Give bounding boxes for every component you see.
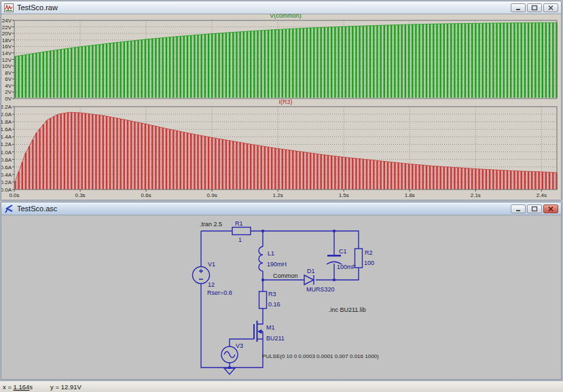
cursor-y-readout: y = 12.91V	[50, 383, 81, 391]
svg-text:1.8A: 1.8A	[1, 119, 12, 125]
svg-text:C1: C1	[339, 248, 347, 255]
svg-text:0.6s: 0.6s	[141, 192, 151, 198]
svg-text:14V: 14V	[2, 50, 12, 56]
svg-text:D1: D1	[307, 268, 315, 274]
svg-text:1.2s: 1.2s	[273, 192, 283, 198]
resistor-r3[interactable]	[259, 291, 267, 308]
svg-text:0.3s: 0.3s	[75, 192, 85, 198]
schematic-drawing[interactable]: .tran 2.5R11L1190mHV112Rser=0.8CommonD1M…	[1, 215, 561, 379]
svg-text:24V: 24V	[2, 18, 12, 24]
waveform-viewer-window: TestSco.raw 24V22V20V18V16V14V12V10V8V6V…	[1, 1, 562, 200]
svg-text:L1: L1	[268, 250, 274, 257]
svg-text:100mF: 100mF	[337, 264, 357, 270]
svg-text:2V: 2V	[5, 89, 12, 95]
junction-dots	[228, 230, 335, 369]
waveform-window-controls	[511, 3, 558, 12]
schematic-icon	[4, 204, 14, 213]
svg-text:190mH: 190mH	[267, 261, 287, 268]
svg-text:12: 12	[208, 281, 215, 288]
svg-text:2.1s: 2.1s	[471, 192, 481, 198]
maximize-icon[interactable]	[527, 204, 542, 213]
svg-text:2.2A: 2.2A	[1, 104, 12, 110]
waveform-plot-area[interactable]: 24V22V20V18V16V14V12V10V8V6V4V2V0VV(comm…	[1, 14, 561, 200]
svg-text:.inc BU211.lib: .inc BU211.lib	[329, 306, 366, 313]
svg-text:16V: 16V	[2, 43, 12, 50]
svg-text:.tran 2.5: .tran 2.5	[200, 221, 222, 228]
svg-text:0.4A: 0.4A	[1, 172, 12, 178]
svg-text:R3: R3	[268, 291, 276, 298]
minimize-icon[interactable]	[511, 3, 526, 12]
wires[interactable]	[201, 231, 359, 368]
svg-text:V3: V3	[236, 342, 243, 349]
schematic-window-titlebar[interactable]: TestSco.asc	[1, 202, 561, 215]
diode-d1[interactable]	[304, 275, 314, 285]
cursor-x-readout: x = 1.164s	[3, 383, 33, 391]
svg-text:BU211: BU211	[266, 335, 285, 342]
svg-text:4V: 4V	[5, 83, 12, 89]
schematic-window-title: TestSco.asc	[17, 204, 57, 213]
svg-text:12V: 12V	[2, 57, 12, 63]
ground-symbol[interactable]	[224, 368, 235, 374]
svg-text:0.2A: 0.2A	[1, 179, 12, 185]
svg-text:1.2A: 1.2A	[1, 141, 12, 147]
schematic-window-controls	[511, 204, 558, 213]
status-bar: x = 1.164s y = 12.91V	[0, 380, 563, 392]
svg-text:0V: 0V	[5, 96, 12, 102]
svg-text:0.0s: 0.0s	[9, 192, 19, 198]
svg-text:0.16: 0.16	[268, 301, 280, 308]
waveform-window-titlebar[interactable]: TestSco.raw	[1, 1, 561, 14]
svg-text:1.5s: 1.5s	[339, 192, 349, 198]
svg-text:1.6A: 1.6A	[1, 126, 12, 132]
nmos-m1[interactable]	[254, 308, 263, 342]
svg-text:Common: Common	[273, 272, 298, 279]
svg-text:1: 1	[238, 236, 242, 243]
svg-text:V(common): V(common)	[270, 14, 302, 19]
svg-text:6V: 6V	[5, 76, 12, 82]
svg-text:MURS320: MURS320	[306, 286, 335, 293]
resistor-r1[interactable]	[232, 228, 251, 235]
svg-text:10V: 10V	[2, 63, 12, 69]
svg-text:R2: R2	[365, 249, 373, 256]
ltspice-mdi-area: { "raw_window": { "title": "TestSco.raw"…	[0, 0, 563, 392]
svg-text:20V: 20V	[2, 31, 12, 37]
schematic-window: TestSco.asc	[1, 202, 562, 380]
svg-text:R1: R1	[235, 220, 243, 227]
svg-text:0.6A: 0.6A	[1, 164, 12, 171]
svg-text:V1: V1	[208, 261, 215, 268]
svg-text:8V: 8V	[5, 70, 12, 76]
resistor-r2[interactable]	[355, 249, 363, 268]
close-icon[interactable]	[543, 3, 558, 12]
maximize-icon[interactable]	[527, 3, 542, 12]
waveform-plots[interactable]: 24V22V20V18V16V14V12V10V8V6V4V2V0VV(comm…	[1, 14, 561, 200]
svg-text:M1: M1	[266, 324, 275, 331]
svg-text:22V: 22V	[2, 24, 12, 31]
waveform-window-title: TestSco.raw	[17, 3, 58, 12]
capacitor-c1[interactable]	[327, 255, 342, 264]
svg-text:1.4A: 1.4A	[1, 134, 12, 140]
svg-text:2.0A: 2.0A	[1, 111, 12, 118]
minimize-icon[interactable]	[511, 204, 526, 213]
svg-text:0.9s: 0.9s	[207, 192, 217, 198]
svg-text:2.4s: 2.4s	[537, 192, 547, 198]
voltage-source-v1[interactable]	[193, 267, 210, 284]
svg-text:0.8A: 0.8A	[1, 157, 12, 163]
svg-text:100: 100	[364, 260, 374, 266]
svg-text:PULSE(0 10 0 0.0003 0.0001 0.0: PULSE(0 10 0 0.0003 0.0001 0.007 0.016 1…	[262, 353, 379, 359]
svg-text:Rser=0.8: Rser=0.8	[207, 289, 232, 296]
svg-text:1.8s: 1.8s	[405, 192, 415, 198]
close-icon[interactable]	[543, 204, 558, 213]
svg-text:I(R3): I(R3)	[279, 99, 293, 105]
waveform-icon	[4, 3, 14, 12]
schematic-canvas[interactable]: .tran 2.5R11L1190mHV112Rser=0.8CommonD1M…	[1, 215, 561, 379]
svg-text:1.0A: 1.0A	[1, 149, 12, 156]
svg-text:18V: 18V	[2, 37, 12, 43]
inductor-l1[interactable]	[259, 247, 263, 271]
schematic-labels: .tran 2.5R11L1190mHV112Rser=0.8CommonD1M…	[200, 220, 379, 359]
